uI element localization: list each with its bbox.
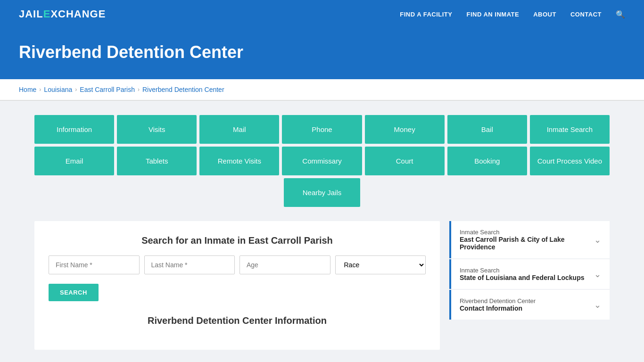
age-input[interactable] [239,255,330,274]
logo-x: E [43,8,51,20]
breadcrumb-home[interactable]: Home [19,86,36,93]
hero-section: Riverbend Detention Center [0,28,644,79]
sidebar-card-louisiana-line1: Inmate Search [460,267,585,274]
breadcrumb-east-carroll[interactable]: East Carroll Parish [80,86,135,93]
chevron-down-icon: ⌄ [594,235,601,245]
sidebar-card-east-carroll-header[interactable]: Inmate Search East Carroll Parish & City… [451,221,610,258]
btn-remote-visits[interactable]: Remote Visits [199,147,279,175]
breadcrumb: Home › Louisiana › East Carroll Parish ›… [19,86,625,93]
page-title: Riverbend Detention Center [19,42,625,62]
sidebar-card-louisiana-title: Inmate Search State of Louisiana and Fed… [460,267,585,281]
search-icon[interactable]: 🔍 [616,10,625,19]
btn-tablets[interactable]: Tablets [117,147,197,175]
nav-find-facility[interactable]: FIND A FACILITY [400,11,452,18]
button-grid-row2: Email Tablets Remote Visits Commissary C… [34,147,610,175]
logo[interactable]: JAILEXCHANGE [19,8,106,20]
search-button[interactable]: SEARCH [49,284,99,301]
breadcrumb-sep-2: › [75,86,77,93]
button-grid-row3: Nearby Jails [34,178,610,207]
nav-find-inmate[interactable]: FIND AN INMATE [466,11,519,18]
last-name-input[interactable] [144,255,235,274]
sidebar-card-louisiana-line2: State of Louisiana and Federal Lockups [460,274,585,281]
search-section-title: Search for an Inmate in East Carroll Par… [49,235,426,246]
search-form: Race White Black Hispanic Asian Other [49,255,426,274]
chevron-down-icon: ⌄ [594,269,601,280]
breadcrumb-riverbend[interactable]: Riverbend Detention Center [142,86,224,93]
btn-nearby-jails[interactable]: Nearby Jails [284,178,361,207]
content-split: Search for an Inmate in East Carroll Par… [34,221,610,350]
btn-information[interactable]: Information [34,115,114,144]
breadcrumb-sep-1: › [39,86,41,93]
sidebar-card-louisiana: Inmate Search State of Louisiana and Fed… [449,259,610,289]
btn-commissary[interactable]: Commissary [282,147,362,175]
sidebar-card-contact-line2: Contact Information [460,304,536,312]
btn-court-process-video[interactable]: Court Process Video [530,147,610,175]
sidebar-card-east-carroll-line1: Inmate Search [460,229,594,236]
button-grid-row1: Information Visits Mail Phone Money Bail… [34,115,610,144]
sidebar-card-louisiana-header[interactable]: Inmate Search State of Louisiana and Fed… [451,259,610,289]
btn-mail[interactable]: Mail [199,115,279,144]
btn-court[interactable]: Court [365,147,445,175]
nav-contact[interactable]: CONTACT [570,11,602,18]
btn-booking[interactable]: Booking [447,147,527,175]
chevron-down-icon: ⌄ [594,300,601,310]
main-content: Information Visits Mail Phone Money Bail… [16,101,628,362]
sidebar-card-contact-header[interactable]: Riverbend Detention Center Contact Infor… [451,290,610,320]
navbar: JAILEXCHANGE FIND A FACILITY FIND AN INM… [0,0,644,28]
btn-inmate-search[interactable]: Inmate Search [530,115,610,144]
sidebar-card-contact: Riverbend Detention Center Contact Infor… [449,290,610,320]
breadcrumb-louisiana[interactable]: Louisiana [44,86,72,93]
breadcrumb-sep-3: › [138,86,140,93]
sidebar-card-east-carroll: Inmate Search East Carroll Parish & City… [449,221,610,258]
race-select[interactable]: Race White Black Hispanic Asian Other [335,255,426,274]
first-name-input[interactable] [49,255,140,274]
logo-part1: JAIL [19,8,43,20]
nav-about[interactable]: ABOUT [533,11,556,18]
btn-visits[interactable]: Visits [117,115,197,144]
sidebar-card-east-carroll-line2: East Carroll Parish & City of Lake Provi… [460,236,594,251]
btn-phone[interactable]: Phone [282,115,362,144]
sidebar-card-contact-line1: Riverbend Detention Center [460,297,536,304]
sidebar-card-contact-title: Riverbend Detention Center Contact Infor… [460,297,536,312]
info-section-title: Riverbend Detention Center Information [49,315,426,326]
left-panel: Search for an Inmate in East Carroll Par… [34,221,440,350]
btn-bail[interactable]: Bail [447,115,527,144]
btn-email[interactable]: Email [34,147,114,175]
nav-links: FIND A FACILITY FIND AN INMATE ABOUT CON… [400,10,625,19]
breadcrumb-bar: Home › Louisiana › East Carroll Parish ›… [0,79,644,101]
sidebar-card-east-carroll-title: Inmate Search East Carroll Parish & City… [460,229,594,251]
logo-part2: XCHANGE [50,8,106,20]
right-panel: Inmate Search East Carroll Parish & City… [449,221,610,321]
btn-money[interactable]: Money [365,115,445,144]
